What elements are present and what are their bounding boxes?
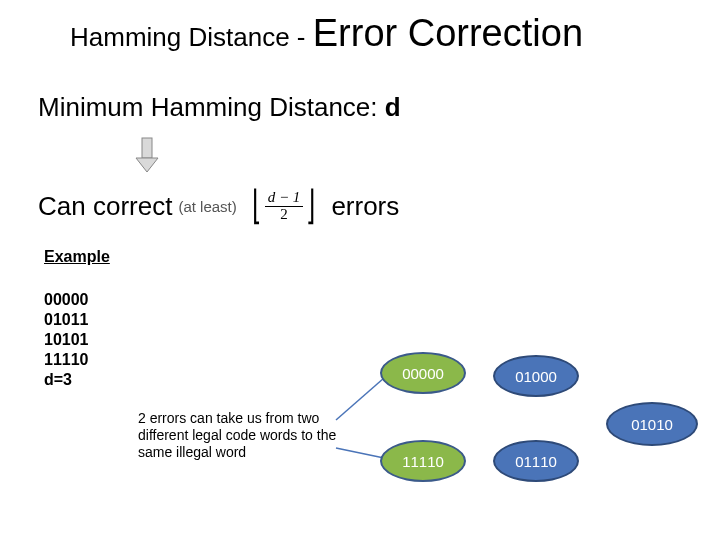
oval-codeword-2: 11110 (380, 440, 466, 482)
oval-codeword-1: 00000 (380, 352, 466, 394)
svg-line-2 (336, 378, 384, 420)
oval-error-2: 01110 (493, 440, 579, 482)
oval-error-1: 01000 (493, 355, 579, 397)
svg-line-3 (336, 448, 384, 458)
oval-collision: 01010 (606, 402, 698, 446)
connector-lines (0, 0, 720, 540)
